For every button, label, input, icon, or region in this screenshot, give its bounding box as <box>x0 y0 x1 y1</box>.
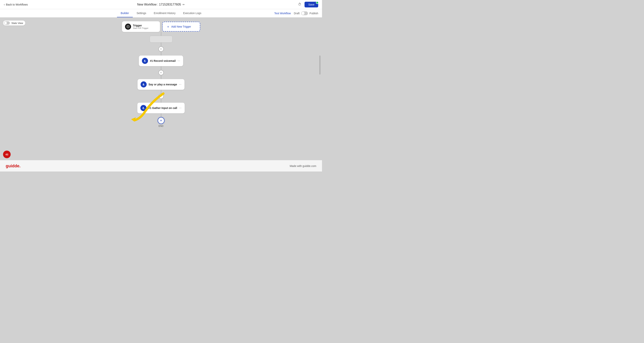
trigger-row: Trigger Start IVR Trigger ＋ Add New Trig… <box>122 21 200 32</box>
stats-toggle-switch[interactable] <box>4 21 10 25</box>
say-play-menu[interactable]: ··· <box>179 83 182 86</box>
line-3 <box>161 52 161 56</box>
trigger-node[interactable]: Trigger Start IVR Trigger <box>122 21 160 32</box>
add-trigger-icon: ＋ <box>166 24 170 29</box>
workflow-area: Trigger Start IVR Trigger ＋ Add New Trig… <box>122 21 200 127</box>
stats-view-toggle[interactable]: Stats View <box>3 21 25 26</box>
trigger-title: Trigger <box>133 24 148 27</box>
tabs-right: Test Workflow Draft Publish <box>274 12 318 15</box>
tabs-center: Builder Settings Enrollment History Exec… <box>117 9 205 17</box>
guidde-logo: guidde. <box>6 164 20 168</box>
made-with-text: Made with guidde.com <box>290 164 316 168</box>
stats-view-label: Stats View <box>12 22 23 25</box>
connector-end: + END <box>158 113 164 127</box>
back-label: Back to Workflows <box>6 3 28 6</box>
record-voicemail-icon <box>142 58 148 64</box>
line-7 <box>161 99 161 103</box>
workflow-canvas: Stats View Trigger Start IVR Trigger ＋ <box>0 18 322 160</box>
add-step-btn-3[interactable]: + <box>158 94 164 99</box>
record-voicemail-menu[interactable]: ··· <box>178 59 180 63</box>
edit-icon[interactable]: ✏ <box>182 3 185 6</box>
add-step-btn-2[interactable]: + <box>158 70 164 75</box>
say-play-message-node[interactable]: Say or play a message ··· <box>138 79 185 90</box>
notification-badge[interactable]: 43 <box>3 151 11 158</box>
draft-toggle-area: Draft Publish <box>294 12 318 15</box>
add-step-end-btn[interactable]: + <box>158 117 164 124</box>
back-arrow-icon: ‹ <box>4 3 5 6</box>
test-workflow-button[interactable]: Test Workflow <box>274 12 291 15</box>
say-play-message-title: Say or play a message <box>148 83 177 86</box>
top-bar: ‹ Back to Workflows New Workflow : 17152… <box>0 0 322 9</box>
connector-2: + <box>158 66 164 79</box>
tab-builder[interactable]: Builder <box>117 9 133 17</box>
tab-settings[interactable]: Settings <box>133 9 150 17</box>
trigger-icon <box>125 24 131 30</box>
connector-box-1 <box>150 36 172 43</box>
connector-1: + <box>150 32 172 56</box>
guidde-logo-text: guidde. <box>6 164 20 168</box>
tab-execution-logs[interactable]: Execution Logs <box>179 9 205 17</box>
line-8 <box>161 113 161 117</box>
draft-label: Draft <box>294 12 300 15</box>
say-play-icon <box>140 81 147 88</box>
line-1 <box>161 32 161 36</box>
save-button[interactable]: Save <box>304 2 318 8</box>
toggle-knob <box>302 12 304 15</box>
top-right-actions: ⏱ Save <box>298 2 318 8</box>
record-voicemail-title: #1 Record voicemail <box>150 59 176 62</box>
line-6 <box>161 90 161 94</box>
trigger-text: Trigger Start IVR Trigger <box>133 24 148 29</box>
line-4 <box>161 66 161 70</box>
back-button[interactable]: ‹ Back to Workflows <box>4 3 28 6</box>
gather-input-title: #1 Gather Input on call <box>148 107 177 110</box>
scrollbar[interactable] <box>319 56 320 75</box>
stats-toggle-knob <box>4 22 7 24</box>
add-step-btn-1[interactable]: + <box>158 46 164 52</box>
clock-icon[interactable]: ⏱ <box>298 3 302 7</box>
workflow-title: New Workflow : 1715283177605 <box>137 3 181 6</box>
gather-input-menu[interactable]: ··· <box>179 106 182 110</box>
end-label: END <box>159 125 163 127</box>
gather-input-node[interactable]: #1 Gather Input on call ··· <box>137 103 184 113</box>
draft-toggle[interactable] <box>301 12 308 15</box>
line-5 <box>161 75 161 79</box>
add-trigger-label: Add New Trigger <box>171 25 191 28</box>
nav-tabs: Builder Settings Enrollment History Exec… <box>0 9 322 18</box>
record-voicemail-node[interactable]: #1 Record voicemail ··· <box>139 56 183 66</box>
bottom-bar: guidde. Made with guidde.com <box>0 160 322 172</box>
line-2 <box>161 43 161 46</box>
tab-enrollment-history[interactable]: Enrollment History <box>150 9 179 17</box>
publish-label: Publish <box>310 12 318 15</box>
title-area: New Workflow : 1715283177605 ✏ <box>137 3 185 6</box>
add-trigger-node[interactable]: ＋ Add New Trigger <box>162 22 200 32</box>
connector-3: + <box>158 90 164 103</box>
trigger-subtitle: Start IVR Trigger <box>133 27 148 29</box>
gather-input-icon <box>140 105 146 111</box>
